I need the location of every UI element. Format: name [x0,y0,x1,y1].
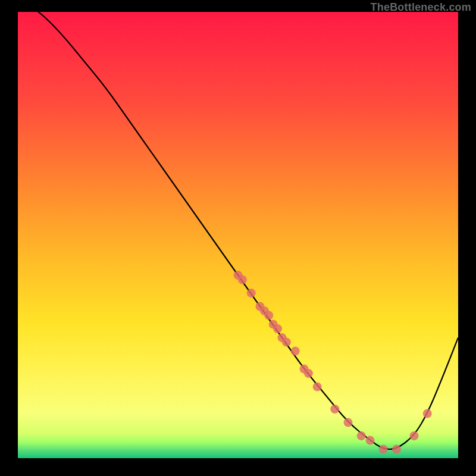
curve-line [18,12,458,449]
curve-marker [313,383,322,392]
curve-marker [304,369,313,378]
chart-container [18,12,458,458]
curve-markers [234,271,432,454]
curve-marker [423,409,432,418]
curve-marker [282,338,291,347]
curve-marker [344,418,353,427]
curve-marker [330,405,339,414]
curve-marker [392,445,401,454]
curve-marker [379,445,388,454]
curve-marker [247,289,256,298]
watermark-text: TheBottleneck.com [371,1,471,14]
curve-marker [291,347,300,356]
bottleneck-curve [18,12,458,458]
curve-marker [410,431,419,440]
curve-marker [264,311,273,320]
curve-marker [238,275,247,284]
curve-marker [357,431,366,440]
curve-marker [366,436,375,445]
curve-marker [273,324,282,333]
